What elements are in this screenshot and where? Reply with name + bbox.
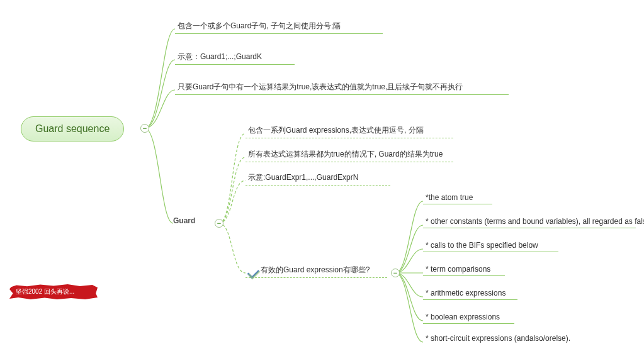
- guard-toggle[interactable]: −: [215, 219, 223, 228]
- root-toggle[interactable]: −: [140, 124, 149, 133]
- guard-child-syntax[interactable]: 示意:GuardExpr1,...,GuardExprN: [246, 171, 390, 186]
- check-icon: [248, 267, 258, 274]
- guard-child-expressions[interactable]: 包含一系列Guard expressions,表达式使用逗号, 分隔: [246, 124, 453, 138]
- expr-boolean[interactable]: * boolean expressions: [423, 311, 514, 324]
- node-syntax-hint[interactable]: 示意：Guard1;...;GuardK: [175, 50, 295, 65]
- root-title: Guard sequence: [35, 123, 110, 134]
- expr-term-comparisons[interactable]: * term comparisons: [423, 264, 505, 276]
- root-node[interactable]: Guard sequence: [21, 116, 124, 141]
- watermark-badge: 坚强2002 回头再说...: [9, 284, 98, 299]
- guard-node[interactable]: Guard: [173, 216, 195, 225]
- node-contains-clauses[interactable]: 包含一个或多个Guard子句, 子句之间使用分号;隔: [175, 19, 383, 34]
- expr-atom-true[interactable]: *the atom true: [423, 192, 492, 204]
- expr-bif-calls[interactable]: * calls to the BIFs specified below: [423, 240, 558, 252]
- node-true-short-circuit[interactable]: 只要Guard子句中有一个运算结果为true,该表达式的值就为true,且后续子…: [175, 80, 509, 95]
- expr-other-constants[interactable]: * other constants (terms and bound varia…: [423, 216, 636, 228]
- expr-arithmetic[interactable]: * arithmetic expressions: [423, 287, 517, 300]
- expr-short-circuit[interactable]: * short-circuit expressions (andalso/ore…: [423, 333, 580, 344]
- guard-child-all-true[interactable]: 所有表达式运算结果都为true的情况下, Guard的结果为true: [246, 148, 453, 162]
- expressions-toggle[interactable]: −: [391, 269, 400, 277]
- guard-child-valid-expressions[interactable]: 有效的Guard expression有哪些?: [246, 264, 387, 278]
- watermark-text: 坚强2002 回头再说...: [16, 287, 74, 296]
